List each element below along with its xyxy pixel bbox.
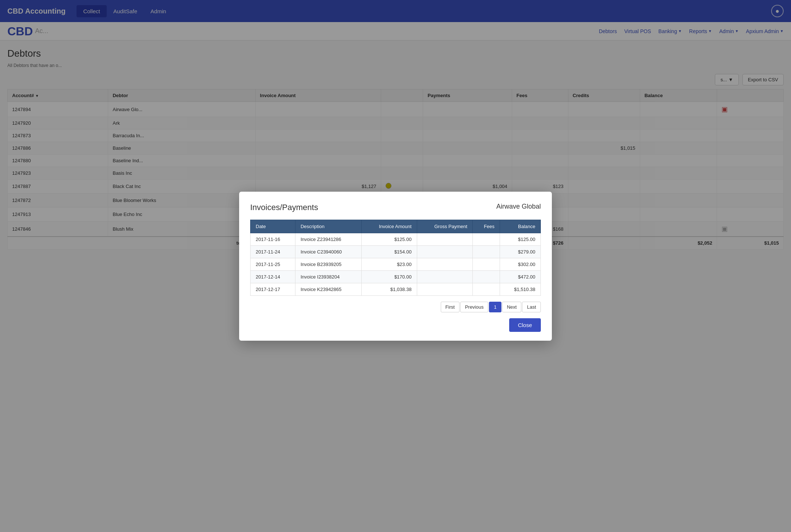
modal-cell-fees [473,245,500,257]
modal-table-row: 2017-11-16 Invoice Z23941286 $125.00 $12… [251,233,541,245]
modal-table-row: 2017-11-24 Invoice C23940060 $154.00 $27… [251,245,541,257]
modal-cell-gross [417,233,472,245]
modal-col-gross-payment: Gross Payment [417,220,472,233]
modal-overlay[interactable]: Invoices/Payments Airwave Global Date De… [0,0,791,257]
modal-cell-invoice: $154.00 [362,245,417,257]
modal-col-invoice-amount: Invoice Amount [362,220,417,233]
modal-cell-balance: $125.00 [500,233,541,245]
modal-cell-fees [473,233,500,245]
modal-col-date: Date [251,220,295,233]
modal-col-fees: Fees [473,220,500,233]
modal-cell-invoice: $125.00 [362,233,417,245]
modal-cell-description: Invoice C23940060 [295,245,361,257]
modal-cell-description: Invoice Z23941286 [295,233,361,245]
modal-invoices-payments: Invoices/Payments Airwave Global Date De… [239,192,552,257]
modal-client: Airwave Global [496,203,541,210]
modal-header: Invoices/Payments Airwave Global [250,203,541,212]
modal-cell-date: 2017-11-16 [251,233,295,245]
invoices-table: Date Description Invoice Amount Gross Pa… [250,220,541,257]
modal-col-description: Description [295,220,361,233]
modal-title: Invoices/Payments [250,203,318,212]
modal-cell-gross [417,245,472,257]
modal-cell-date: 2017-11-24 [251,245,295,257]
modal-cell-balance: $279.00 [500,245,541,257]
modal-col-balance: Balance [500,220,541,233]
